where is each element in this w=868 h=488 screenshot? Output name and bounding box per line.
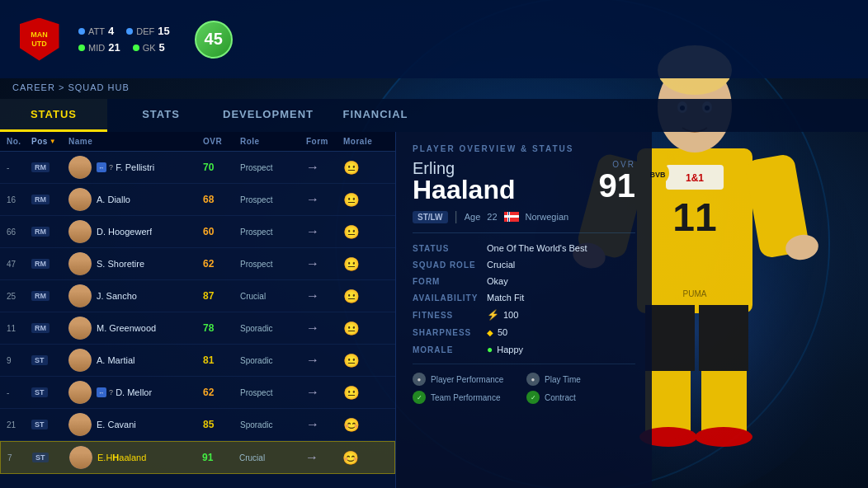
position-badge: ST/LW [413, 211, 448, 223]
status-key: STATUS [413, 244, 487, 253]
fitness-value: ⚡ 100 [487, 309, 635, 321]
player-avatar [68, 381, 92, 404]
tab-financial[interactable]: FINANCIAL [322, 99, 429, 132]
contract-icon: ✓ [526, 391, 540, 404]
th-morale: Morale [343, 137, 389, 146]
cell-form: → [305, 450, 342, 465]
player-last-name: Haaland [413, 176, 515, 203]
th-no: No. [7, 137, 31, 146]
cell-morale: 😐 [343, 385, 389, 401]
availability-key: AVAILABILITY [413, 293, 487, 303]
cell-form: → [306, 160, 343, 175]
pos-sort-arrow: ▼ [50, 138, 56, 145]
cell-name: E.HHaaland [69, 446, 202, 469]
cell-form: → [306, 256, 343, 271]
cell-ovr: 62 [203, 387, 240, 398]
availability-value: Match Fit [487, 293, 635, 303]
fitness-line: FITNESS ⚡ 100 [413, 309, 635, 321]
player-avatar [68, 252, 92, 275]
cell-morale: 😐 [343, 192, 389, 208]
player-row[interactable]: 11 RM M. Greenwood 78 Sporadic → 😐 [0, 312, 395, 345]
status-value: One Of The World's Best [487, 243, 635, 253]
tab-development[interactable]: DEVELOPMENT [215, 99, 322, 132]
sharpness-value: ◆ 50 [487, 327, 635, 337]
player-row[interactable]: - RM ↔ ? F. Pellistri 70 Prospect → 😐 [0, 152, 395, 184]
player-name-block: Erling Haaland [413, 160, 515, 203]
mid-value: 21 [108, 41, 120, 54]
status-line: STATUS One Of The World's Best [413, 243, 635, 253]
ovr-display: OVR 91 [599, 160, 636, 202]
diamond-icon: ◆ [487, 328, 493, 337]
morale-line: MORALE ● Happy [413, 344, 635, 355]
att-value: 4 [108, 25, 114, 37]
team-performance-icon: ✓ [413, 391, 426, 404]
player-row[interactable]: 21 ST E. Cavani 85 Sporadic → 😊 [0, 409, 395, 441]
form-value: Okay [487, 276, 635, 286]
cell-form: → [306, 321, 343, 336]
cell-name: J. Sancho [68, 284, 203, 307]
cell-name: D. Hoogewerf [68, 220, 203, 243]
overview-panel: PLAYER OVERVIEW & STATUS Erling Haaland … [396, 132, 652, 488]
player-avatar [68, 220, 92, 243]
player-row[interactable]: 16 RM A. Diallo 68 Prospect → 😐 [0, 184, 395, 216]
main-content: No. Pos ▼ Name OVR Role Form Morale - RM… [0, 132, 868, 488]
th-ovr: OVR [203, 137, 240, 146]
badge-team-performance: ✓ Team Performance [413, 391, 521, 404]
player-avatar [68, 349, 92, 372]
cell-morale: 😐 [343, 289, 389, 304]
player-table[interactable]: No. Pos ▼ Name OVR Role Form Morale - RM… [0, 132, 396, 488]
cell-ovr: 78 [203, 322, 240, 334]
nationality: Norwegian [526, 212, 569, 222]
cell-ovr: 70 [203, 162, 240, 173]
header: MANUTD ATT 4 DEF 15 MID 21 GK [0, 0, 868, 78]
mid-dot [78, 45, 85, 51]
transfer-icon: ↔ [97, 162, 106, 172]
def-label: DEF [136, 26, 154, 36]
tab-status[interactable]: STATUS [0, 99, 107, 132]
cell-morale: 😐 [343, 353, 389, 368]
squad-role-key: SQUAD ROLE [413, 260, 487, 270]
th-pos[interactable]: Pos ▼ [31, 137, 68, 146]
player-performance-icon: ● [413, 373, 426, 386]
player-main-name: Erling Haaland OVR 91 [413, 160, 635, 203]
cell-no: - [7, 163, 31, 172]
cell-pos: ST [31, 420, 68, 429]
cell-role: Prospect [240, 260, 306, 269]
cell-pos: RM [31, 162, 68, 172]
cell-role: Sporadic [240, 324, 306, 333]
player-row[interactable]: - ST ↔ ? D. Mellor 62 Prospect → 😐 [0, 377, 395, 409]
cell-ovr: 91 [202, 452, 239, 463]
overview-badges: ● Player Performance ● Play Time ✓ Team … [413, 364, 635, 404]
ovr-number: 91 [599, 169, 636, 202]
player-row[interactable]: 66 RM D. Hoogewerf 60 Prospect → 😐 [0, 216, 395, 248]
player-row[interactable]: 47 RM S. Shoretire 62 Prospect → 😐 [0, 248, 395, 280]
cell-pos: ST [32, 453, 69, 462]
manchester-united-badge: MANUTD [20, 18, 59, 61]
player-row[interactable]: 9 ST A. Martial 81 Sporadic → 😐 [0, 345, 395, 377]
cell-pos: ST [31, 387, 68, 397]
att-label: ATT [88, 26, 105, 36]
tab-stats[interactable]: STATS [107, 99, 215, 132]
cell-no: 9 [7, 356, 31, 365]
cell-no: - [7, 388, 31, 397]
cell-pos: ST [31, 355, 68, 365]
play-time-icon: ● [526, 373, 540, 386]
stat-row-1: ATT 4 DEF 15 [78, 25, 170, 37]
overall-badge: 45 [195, 21, 233, 59]
morale-value: ● Happy [487, 344, 635, 355]
def-value: 15 [158, 25, 169, 37]
player-row[interactable]: 25 RM J. Sancho 87 Crucial → 😐 [0, 280, 395, 312]
player-row[interactable]: 7 ST E.HHaaland 91 Crucial → 😊 [0, 441, 395, 474]
breadcrumb: CAREER > SQUAD HUB [12, 82, 130, 92]
sharpness-key: SHARPNESS [413, 328, 487, 337]
squad-role-value: Crucial [487, 260, 635, 270]
club-badge: MANUTD [17, 16, 62, 62]
mid-label: MID [88, 43, 105, 53]
cell-role: Prospect [240, 228, 306, 237]
cell-ovr: 68 [203, 194, 240, 205]
gk-label: GK [143, 43, 156, 53]
cell-no: 47 [7, 260, 31, 269]
gk-dot [133, 45, 139, 51]
form-key: FORM [413, 277, 487, 286]
age-label: Age [465, 212, 481, 222]
